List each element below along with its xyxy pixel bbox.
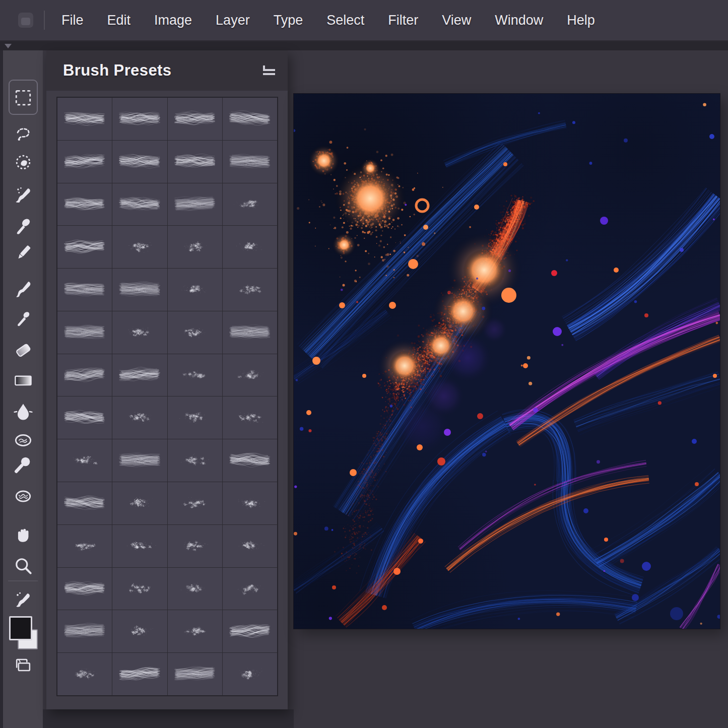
brush-preset-cell[interactable] <box>223 354 277 396</box>
brush-preset-cell[interactable] <box>223 311 277 354</box>
panel-header: Brush Presets <box>46 50 288 91</box>
menu-item-layer[interactable]: Layer <box>216 13 250 28</box>
brush-preset-cell[interactable] <box>223 439 277 482</box>
brush-preset-cell[interactable] <box>57 269 112 311</box>
tool-color-swatches-icon[interactable] <box>9 616 38 649</box>
brush-preset-cell[interactable] <box>168 269 222 311</box>
menu-bar: FileEditImageLayerTypeSelectFilterViewWi… <box>0 0 728 41</box>
tool-lasso-icon[interactable] <box>10 120 36 147</box>
tool-rectangular-marquee-icon[interactable] <box>10 85 36 111</box>
collapse-arrow-icon[interactable] <box>5 44 12 48</box>
tool-spray-brush-icon[interactable] <box>10 182 36 208</box>
brush-preset-cell[interactable] <box>168 183 222 226</box>
menu-item-select[interactable]: Select <box>326 13 364 28</box>
brush-preset-cell[interactable] <box>112 183 167 226</box>
brush-preset-cell[interactable] <box>112 568 167 610</box>
brush-preset-cell[interactable] <box>112 98 167 140</box>
brush-preset-cell[interactable] <box>223 269 277 311</box>
menu-item-filter[interactable]: Filter <box>388 13 418 28</box>
menu-item-edit[interactable]: Edit <box>107 13 131 28</box>
brush-preset-cell[interactable] <box>112 482 167 524</box>
brush-presets-grid <box>56 97 278 696</box>
tool-paint-brush-icon[interactable] <box>10 276 36 302</box>
tool-detail-brush-icon[interactable] <box>10 587 36 613</box>
brush-preset-cell[interactable] <box>57 525 112 567</box>
brush-preset-cell[interactable] <box>112 525 167 567</box>
brush-preset-cell[interactable] <box>223 98 277 140</box>
tool-screen-mode-icon[interactable] <box>10 652 36 678</box>
menu-item-view[interactable]: View <box>442 13 471 28</box>
brush-preset-cell[interactable] <box>223 183 277 226</box>
brush-preset-cell[interactable] <box>57 653 112 695</box>
brush-preset-cell[interactable] <box>223 525 277 567</box>
brush-preset-cell[interactable] <box>112 610 167 652</box>
brush-preset-cell[interactable] <box>57 98 112 140</box>
brush-preset-cell[interactable] <box>112 269 167 311</box>
brush-preset-cell[interactable] <box>112 354 167 396</box>
tool-blur-icon[interactable] <box>10 399 36 425</box>
brush-preset-cell[interactable] <box>112 311 167 354</box>
menu-item-file[interactable]: File <box>61 13 84 28</box>
tool-sponge-icon[interactable] <box>10 483 36 509</box>
menu-separator <box>44 11 45 30</box>
brush-preset-cell[interactable] <box>57 396 112 439</box>
brush-preset-cell[interactable] <box>168 568 222 610</box>
foreground-color-swatch[interactable] <box>9 616 32 640</box>
panel-menu-icon[interactable] <box>262 65 276 76</box>
brush-preset-cell[interactable] <box>168 396 222 439</box>
brush-preset-cell[interactable] <box>57 610 112 652</box>
brush-preset-cell[interactable] <box>223 653 277 695</box>
menu-items: FileEditImageLayerTypeSelectFilterViewWi… <box>61 13 595 28</box>
menu-item-image[interactable]: Image <box>154 13 192 28</box>
brush-preset-cell[interactable] <box>223 610 277 652</box>
brush-preset-cell[interactable] <box>168 98 222 140</box>
brush-preset-cell[interactable] <box>57 183 112 226</box>
options-strip <box>0 41 728 50</box>
toolbar-separator <box>8 580 38 581</box>
brush-preset-cell[interactable] <box>223 396 277 439</box>
brush-preset-cell[interactable] <box>223 568 277 610</box>
brush-preset-cell[interactable] <box>223 482 277 524</box>
brush-preset-cell[interactable] <box>223 226 277 268</box>
brush-preset-cell[interactable] <box>168 226 222 268</box>
brush-preset-cell[interactable] <box>168 311 222 354</box>
tool-mixer-brush-icon[interactable] <box>10 213 36 239</box>
brush-preset-cell[interactable] <box>168 141 222 183</box>
tool-eraser-icon[interactable] <box>10 337 36 363</box>
menu-item-window[interactable]: Window <box>495 13 543 28</box>
tool-healing-brush-icon[interactable] <box>10 149 36 175</box>
bottom-shade <box>43 709 294 728</box>
menu-item-help[interactable]: Help <box>567 13 595 28</box>
brush-preset-cell[interactable] <box>168 482 222 524</box>
brush-preset-cell[interactable] <box>57 439 112 482</box>
tool-zoom-icon[interactable] <box>10 553 36 579</box>
tool-dodge-icon[interactable] <box>10 451 36 478</box>
tool-gradient-icon[interactable] <box>10 367 36 393</box>
brush-preset-cell[interactable] <box>168 525 222 567</box>
brush-preset-cell[interactable] <box>57 141 112 183</box>
brush-preset-cell[interactable] <box>57 311 112 354</box>
brush-preset-cell[interactable] <box>112 439 167 482</box>
brush-preset-cell[interactable] <box>57 226 112 268</box>
tool-smudge-icon[interactable] <box>10 427 36 453</box>
brush-preset-cell[interactable] <box>57 482 112 524</box>
brush-preset-cell[interactable] <box>112 141 167 183</box>
brush-preset-cell[interactable] <box>112 226 167 268</box>
brush-preset-cell[interactable] <box>168 610 222 652</box>
brush-preset-cell[interactable] <box>168 439 222 482</box>
artwork-canvas[interactable] <box>294 94 720 629</box>
panel-title: Brush Presets <box>63 61 171 80</box>
canvas-area <box>294 94 720 629</box>
brush-preset-cell[interactable] <box>168 653 222 695</box>
tool-pen-icon[interactable] <box>10 306 36 333</box>
brush-preset-cell[interactable] <box>223 141 277 183</box>
menu-item-type[interactable]: Type <box>274 13 303 28</box>
brush-preset-cell[interactable] <box>57 354 112 396</box>
brush-presets-panel: Brush Presets <box>46 50 288 709</box>
brush-preset-cell[interactable] <box>168 354 222 396</box>
tool-pencil-icon[interactable] <box>10 240 36 266</box>
tool-hand-icon[interactable] <box>10 521 36 548</box>
brush-preset-cell[interactable] <box>112 396 167 439</box>
brush-preset-cell[interactable] <box>57 568 112 610</box>
brush-preset-cell[interactable] <box>112 653 167 695</box>
